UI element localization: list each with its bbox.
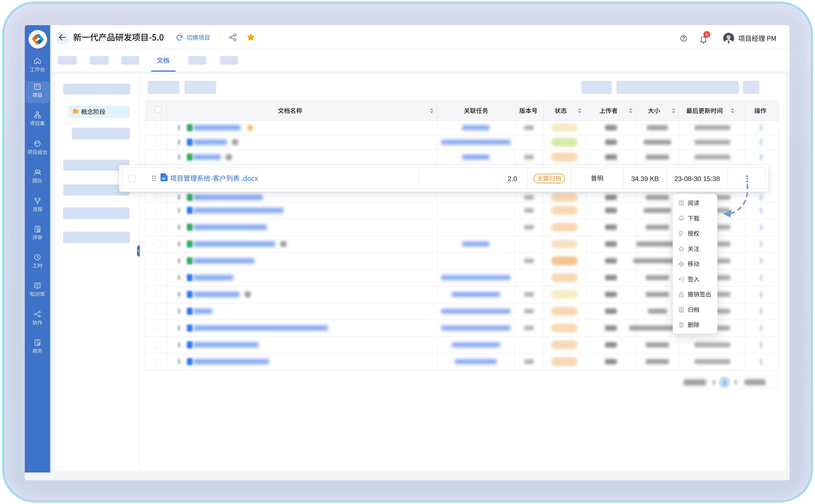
svg-text:w: w xyxy=(162,176,165,181)
